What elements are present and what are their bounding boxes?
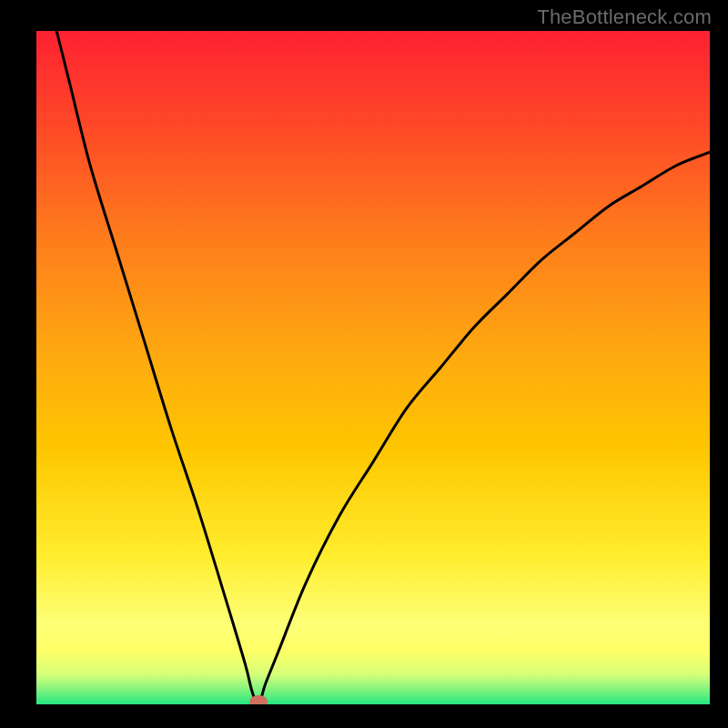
bottleneck-chart: [36, 31, 710, 704]
plot-area: [36, 31, 710, 704]
chart-container: TheBottleneck.com: [0, 0, 728, 728]
watermark-text: TheBottleneck.com: [537, 5, 712, 29]
chart-background: [36, 31, 710, 704]
